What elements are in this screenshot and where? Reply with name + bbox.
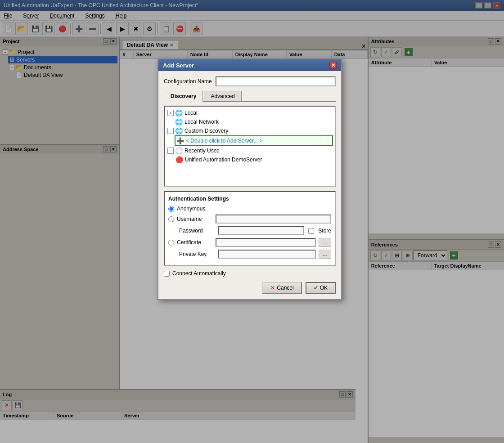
cancel-icon: ✕ [270, 285, 275, 291]
config-name-row: Configuration Name [164, 76, 336, 86]
auth-title: Authentication Settings [168, 196, 331, 202]
config-name-input[interactable] [216, 76, 336, 86]
expand-local[interactable]: + [167, 110, 174, 116]
local-icon: 🌐 [175, 109, 183, 116]
tab-advanced[interactable]: Advanced [204, 91, 241, 101]
ok-icon: ✔ [314, 285, 318, 291]
tree-custom-label: Custom Discovery [184, 128, 228, 134]
connect-auto-checkbox[interactable] [164, 271, 170, 277]
modal-overlay: Add Server ✕ Configuration Name Discover… [0, 0, 504, 443]
add-server-icon: ➕ [176, 137, 184, 144]
tree-local[interactable]: + 🌐 Local [166, 108, 333, 117]
tree-custom-discovery[interactable]: − 🌐 Custom Discovery [166, 126, 333, 135]
expand-custom[interactable]: − [167, 128, 174, 134]
tab-discovery[interactable]: Discovery [164, 91, 203, 102]
local-network-icon: 🌐 [175, 118, 183, 125]
auth-password-input[interactable] [218, 226, 304, 235]
auth-anonymous-label: Anonymous [177, 206, 213, 212]
dialog-close-btn[interactable]: ✕ [329, 62, 337, 69]
auth-store-label: Store [318, 228, 331, 234]
dialog-tabs: Discovery Advanced [164, 91, 336, 102]
connect-auto-label: Connect Automatically [172, 270, 226, 277]
auth-userpass-row: Username [168, 215, 331, 224]
auth-password-label: Password [179, 228, 215, 234]
tree-local-label: Local [184, 110, 198, 116]
auth-privkey-input[interactable] [218, 250, 316, 259]
cancel-label: Cancel [277, 285, 293, 291]
auth-privkey-label: Private Key [179, 251, 215, 257]
dialog-body: Configuration Name Discovery Advanced + … [158, 71, 341, 299]
tree-local-network[interactable]: 🌐 Local Network [166, 117, 333, 126]
auth-cert-input[interactable] [216, 238, 316, 247]
auth-username-input[interactable] [216, 215, 331, 224]
auth-anonymous-row: Anonymous [168, 206, 331, 212]
auth-cert-browse-btn[interactable]: ... [319, 238, 331, 247]
discovery-tree[interactable]: + 🌐 Local 🌐 Local Network − 🌐 Custom Dis… [164, 106, 336, 187]
auth-privkey-browse-btn[interactable]: ... [319, 250, 331, 259]
add-server-dialog: Add Server ✕ Configuration Name Discover… [158, 58, 342, 300]
custom-discovery-icon: 🌐 [175, 127, 183, 134]
auth-radio-anonymous[interactable] [168, 206, 174, 212]
ok-label: OK [320, 285, 328, 291]
auth-radio-cert[interactable] [168, 240, 174, 246]
dialog-buttons: ✕ Cancel ✔ OK [164, 282, 336, 294]
recently-used-icon: 🕒 [175, 147, 183, 154]
auth-cert-label: Certificate [177, 239, 213, 246]
auth-settings-section: Authentication Settings Anonymous Userna… [164, 191, 336, 266]
dialog-title-text: Add Server [163, 62, 194, 69]
tree-local-network-label: Local Network [184, 119, 219, 125]
ok-button[interactable]: ✔ OK [306, 282, 336, 294]
auth-privkey-row: Private Key ... [179, 250, 331, 259]
auth-radio-userpass[interactable] [168, 216, 174, 222]
tree-recently-used[interactable]: − 🕒 Recently Used [166, 146, 333, 155]
tree-demo-server-label: Unified Automation DemoServer [185, 157, 262, 163]
auth-store-checkbox[interactable] [308, 228, 314, 234]
tree-add-server-label: < Double click to Add Server... > [186, 138, 263, 144]
tree-demo-server[interactable]: 🔴 Unified Automation DemoServer [175, 155, 333, 164]
auth-password-row: Password Store [179, 226, 331, 235]
demo-server-icon: 🔴 [176, 156, 183, 163]
auth-username-label: Username [177, 216, 213, 222]
connect-auto-row: Connect Automatically [164, 270, 336, 277]
auth-cert-row: Certificate ... [168, 238, 331, 247]
dialog-title-bar: Add Server ✕ [158, 59, 341, 71]
tree-recently-label: Recently Used [184, 148, 220, 154]
config-name-label: Configuration Name [164, 78, 212, 85]
cancel-button[interactable]: ✕ Cancel [262, 282, 302, 294]
expand-recent[interactable]: − [167, 148, 174, 154]
tree-add-server[interactable]: ➕ < Double click to Add Server... > [175, 135, 333, 146]
